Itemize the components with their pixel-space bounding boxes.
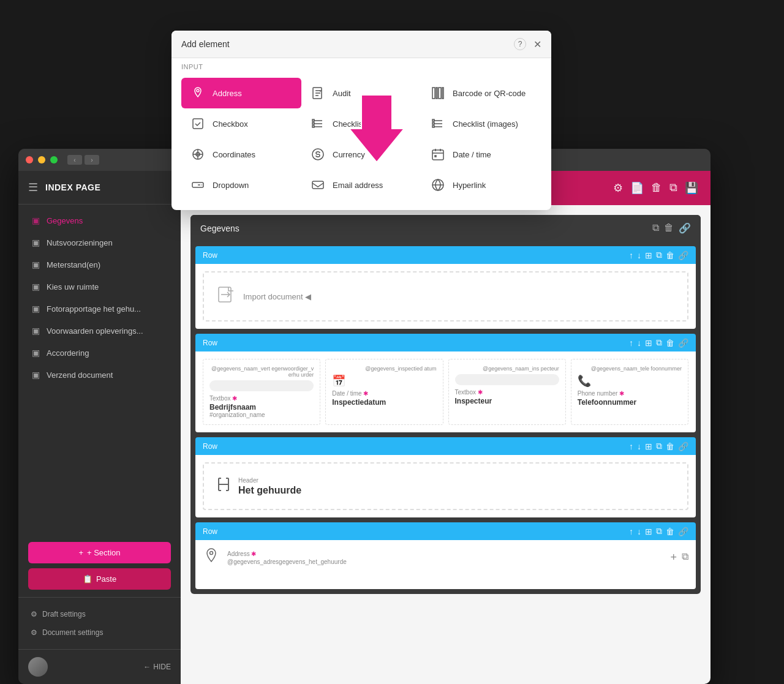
sidebar-item-gegevens[interactable]: ▣ Gegevens [18,209,181,231]
field-name-2: Inspectiedatum [332,398,436,407]
row-header-2: Row ↑ ↓ ⊞ ⧉ 🗑 🔗 [195,334,696,351]
modal-label-hyperlink: Hyperlink [453,181,486,190]
document-settings-item[interactable]: ⚙ Document settings [28,623,171,642]
copy-section-btn[interactable]: ⧉ [652,222,659,234]
sidebar-item-nutsvoorzieningen[interactable]: ▣ Nutsvoorzieningen [18,231,181,254]
row-link-btn-2[interactable]: 🔗 [678,338,688,348]
field-binding-3: @gegevens_naam_ins pecteur [455,366,559,372]
copy-icon-btn[interactable]: ⧉ [669,181,677,195]
modal-help-btn[interactable]: ? [514,38,526,50]
hamburger-icon[interactable]: ☰ [28,181,38,194]
row-copy-btn-3[interactable]: ⧉ [656,441,662,451]
field-inspecteur: @gegevens_naam_ins pecteur Textbox ✱ Ins… [448,359,566,425]
row-copy-btn-1[interactable]: ⧉ [656,250,662,260]
modal-item-coordinates[interactable]: Coordinates [181,139,301,170]
save-icon-btn[interactable]: 💾 [685,181,698,195]
row-actions-1: ↑ ↓ ⊞ ⧉ 🗑 🔗 [629,250,688,260]
modal-close-btn[interactable]: ✕ [533,39,541,50]
sidebar-item-voorwaarden[interactable]: ▣ Voorwaarden opleverings... [18,320,181,342]
svg-rect-11 [312,126,314,127]
address-copy-btn[interactable]: ⧉ [682,551,688,564]
document-icon-4: ▣ [31,282,40,291]
row-content-1: Import document ◀ [195,264,696,329]
row-grid-btn-1[interactable]: ⊞ [645,250,652,260]
sidebar-item-accordering[interactable]: ▣ Accordering [18,342,181,364]
row-delete-btn-2[interactable]: 🗑 [666,338,674,348]
document-icon-btn[interactable]: 📄 [630,181,644,195]
field-type-3: Textbox ✱ [455,389,559,396]
row-up-btn-2[interactable]: ↑ [629,338,633,348]
modal-item-barcode[interactable]: Barcode or QR-code [421,78,541,108]
row-delete-btn-4[interactable]: 🗑 [666,527,674,536]
field-type-4: Phone number ✱ [578,390,682,397]
section-gegevens: Gegevens ⧉ 🗑 🔗 Row ↑ ↓ [190,215,701,594]
row-down-btn-1[interactable]: ↓ [637,250,641,260]
sidebar-item-kies[interactable]: ▣ Kies uw ruimte [18,276,181,298]
document-settings-label: Document settings [42,628,103,637]
draft-settings-item[interactable]: ⚙ Draft settings [28,605,171,623]
settings-icon-btn[interactable]: ⚙ [613,181,623,195]
row-down-btn-2[interactable]: ↓ [637,338,641,348]
mac-maximize-btn[interactable] [50,156,58,163]
row-link-btn-1[interactable]: 🔗 [678,250,688,260]
row-up-btn-1[interactable]: ↑ [629,250,633,260]
dropdown-modal-icon [189,176,206,194]
mac-minimize-btn[interactable] [38,156,45,163]
paste-button[interactable]: 📋 Paste [28,568,171,590]
row-delete-btn-3[interactable]: 🗑 [666,442,674,451]
required-star-4: ✱ [619,390,624,397]
row-up-btn-3[interactable]: ↑ [629,442,633,451]
row-link-btn-4[interactable]: 🔗 [678,527,688,536]
modal-item-dropdown[interactable]: Dropdown [181,170,301,200]
modal-item-checkbox[interactable]: Checkbox [181,108,301,139]
sidebar-item-label-4: Kies uw ruimte [47,282,99,291]
svg-rect-7 [442,88,443,99]
document-icon-3: ▣ [31,260,40,269]
sidebar-title: INDEX PAGE [45,182,100,192]
trash-icon-btn[interactable]: 🗑 [651,181,662,195]
row-link-btn-3[interactable]: 🔗 [678,442,688,451]
row-copy-btn-4[interactable]: ⧉ [656,526,662,536]
modal-item-email[interactable]: Email address [301,170,421,200]
hide-button[interactable]: ← HIDE [143,663,171,671]
row-grid-btn-2[interactable]: ⊞ [645,338,652,348]
paste-btn-label: Paste [96,574,116,584]
row-copy-btn-2[interactable]: ⧉ [656,337,662,348]
row-delete-btn-1[interactable]: 🗑 [666,250,674,260]
sidebar-item-meterstand[interactable]: ▣ Meterstand(en) [18,254,181,276]
mac-close-btn[interactable] [26,156,33,163]
address-add-btn[interactable]: + [670,551,677,564]
field-type-1: Textbox ✱ [209,395,314,402]
svg-rect-5 [436,88,437,99]
row-label-1: Row [203,251,217,260]
svg-rect-20 [312,181,323,189]
svg-rect-9 [312,119,314,121]
sidebar-actions: + + Section 📋 Paste [18,535,181,597]
sidebar-item-label-8: Verzend document [47,370,113,380]
field-subname-1: #organization_name [209,412,314,418]
row-up-btn-4[interactable]: ↑ [629,527,633,536]
field-input-mock-1 [209,380,314,391]
modal-item-datetime[interactable]: Date / time [421,139,541,170]
sidebar-item-foto[interactable]: ▣ Fotorapportage het gehu... [18,298,181,320]
row-grid-btn-4[interactable]: ⊞ [645,527,652,536]
calendar-icon: 📅 [332,374,436,388]
row-down-btn-3[interactable]: ↓ [637,442,641,451]
mac-window: ‹ › pa...l.com ☰ INDEX PAGE ▣ Gegevens ▣… [18,149,710,684]
svg-rect-8 [193,119,203,129]
sidebar-item-verzend[interactable]: ▣ Verzend document [18,364,181,386]
add-section-button[interactable]: + + Section [28,542,171,563]
modal-item-checklist-images[interactable]: Checklist (images) [421,108,541,139]
delete-section-btn[interactable]: 🗑 [664,222,674,234]
mac-forward-btn[interactable]: › [85,155,99,165]
row-grid-btn-3[interactable]: ⊞ [645,442,652,451]
svg-point-1 [210,552,213,555]
row-down-btn-4[interactable]: ↓ [637,527,641,536]
link-section-btn[interactable]: 🔗 [679,222,691,234]
section-actions: ⧉ 🗑 🔗 [652,222,691,234]
modal-titlebar: Add element ? ✕ [172,31,551,58]
mac-back-btn[interactable]: ‹ [67,155,82,165]
modal-item-hyperlink[interactable]: Hyperlink [421,170,541,200]
row-address: Row ↑ ↓ ⊞ ⧉ 🗑 🔗 [195,522,696,589]
modal-item-address[interactable]: Address [181,78,301,108]
